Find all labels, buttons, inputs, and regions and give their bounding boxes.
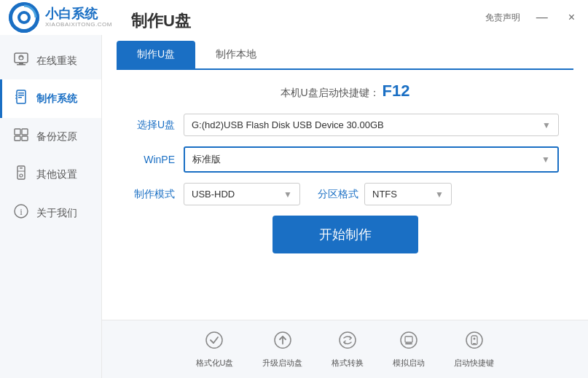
winpe-row: WinPE 标准版 ▼ [131, 146, 559, 173]
sidebar-item-settings[interactable]: 其他设置 [0, 155, 101, 194]
backup-icon [13, 128, 29, 145]
mode-select[interactable]: USB-HDD ▼ [184, 183, 300, 205]
svg-rect-6 [17, 64, 26, 66]
svg-rect-9 [18, 92, 24, 94]
tool-simulate-boot-label: 模拟启动 [393, 358, 425, 369]
svg-point-24 [401, 332, 417, 348]
logo-area: 小白系统 XIAOBAIXITONG.COM [9, 2, 112, 33]
format-convert-icon [337, 330, 358, 355]
sidebar-label-make: 制作系统 [36, 92, 77, 106]
winpe-select-value: 标准版 [192, 153, 221, 166]
partition-select[interactable]: NTFS ▼ [364, 183, 452, 205]
sidebar-item-make[interactable]: 制作系统 [0, 79, 101, 118]
titlebar-controls: 免责声明 — × [485, 11, 579, 24]
svg-rect-14 [15, 136, 20, 141]
sidebar-label-settings: 其他设置 [36, 168, 77, 181]
sidebar-label-about: 关于我们 [36, 207, 77, 220]
logo-icon [9, 2, 39, 33]
close-button[interactable]: × [564, 11, 579, 24]
about-icon: i [13, 204, 29, 222]
winpe-select[interactable]: 标准版 ▼ [184, 146, 559, 173]
logo-sub-text: XIAOBAIXITONG.COM [45, 22, 112, 28]
tool-upgrade-boot[interactable]: 升级启动盘 [262, 330, 302, 369]
settings-icon [13, 165, 29, 184]
mode-select-value: USB-HDD [192, 189, 235, 200]
minimize-button[interactable]: — [532, 11, 552, 24]
partition-group: 分区格式 NTFS ▼ [318, 183, 452, 205]
svg-rect-25 [405, 336, 412, 342]
svg-rect-13 [22, 129, 28, 135]
tool-boot-shortcut-label: 启动快捷键 [454, 358, 494, 369]
tab-bar: 制作U盘 制作本地 [117, 41, 573, 70]
usb-select[interactable]: G:(hd2)USB Flash Disk USB Device 30.00GB… [184, 114, 559, 136]
sidebar-item-backup[interactable]: 备份还原 [0, 118, 101, 155]
svg-rect-10 [18, 95, 24, 96]
sidebar-label-reinstall: 在线重装 [36, 55, 77, 68]
svg-rect-28 [473, 343, 476, 344]
tool-format-usb-label: 格式化U盘 [196, 358, 234, 369]
main-layout: 在线重装 制作系统 [0, 35, 588, 378]
page-title: 制作U盘 [131, 10, 191, 32]
mode-partition-row: 制作模式 USB-HDD ▼ 分区格式 NTFS ▼ [131, 183, 559, 205]
tab-make-usb[interactable]: 制作U盘 [117, 41, 195, 70]
tool-format-convert[interactable]: 格式转换 [332, 330, 364, 369]
svg-point-23 [340, 332, 356, 348]
svg-rect-12 [15, 129, 20, 135]
tool-boot-shortcut[interactable]: 启动快捷键 [454, 330, 494, 369]
tool-format-convert-label: 格式转换 [332, 358, 364, 369]
usb-select-value: G:(hd2)USB Flash Disk USB Device 30.00GB [192, 119, 384, 130]
sidebar: 在线重装 制作系统 [0, 35, 102, 378]
sidebar-item-about[interactable]: i 关于我们 [0, 194, 101, 232]
winpe-label: WinPE [131, 154, 175, 165]
upgrade-boot-icon [273, 330, 293, 355]
disclaimer-link[interactable]: 免责声明 [485, 12, 520, 24]
svg-text:i: i [20, 206, 23, 217]
reinstall-icon [13, 52, 29, 69]
tool-upgrade-boot-label: 升级启动盘 [262, 358, 302, 369]
shortcut-hint: 本机U盘启动快捷键： F12 [131, 82, 559, 101]
usb-label: 选择U盘 [131, 119, 175, 132]
boot-shortcut-icon [464, 330, 485, 355]
svg-point-29 [473, 338, 475, 340]
form-area: 本机U盘启动快捷键： F12 选择U盘 G:(hd2)USB Flash Dis… [102, 70, 588, 320]
tab-make-local[interactable]: 制作本地 [195, 41, 277, 70]
titlebar: 小白系统 XIAOBAIXITONG.COM 制作U盘 免责声明 — × [0, 0, 588, 35]
make-icon [13, 90, 29, 108]
sidebar-item-reinstall[interactable]: 在线重装 [0, 42, 101, 79]
svg-rect-4 [15, 53, 28, 63]
svg-point-21 [206, 332, 222, 348]
bottom-toolbar: 格式化U盘 升级启动盘 [102, 320, 588, 378]
usb-select-arrow: ▼ [542, 120, 551, 130]
format-usb-icon [204, 330, 224, 355]
mode-label: 制作模式 [131, 188, 175, 201]
logo-main-text: 小白系统 [45, 7, 112, 22]
shortcut-key: F12 [383, 82, 410, 100]
start-button[interactable]: 开始制作 [273, 216, 418, 253]
sidebar-label-backup: 备份还原 [36, 130, 77, 143]
partition-label: 分区格式 [318, 188, 358, 201]
svg-rect-11 [18, 97, 22, 98]
mode-select-arrow: ▼ [283, 189, 292, 200]
partition-select-arrow: ▼ [435, 189, 444, 200]
shortcut-prefix: 本机U盘启动快捷键： [281, 87, 380, 98]
svg-rect-15 [22, 136, 28, 141]
tool-simulate-boot[interactable]: 模拟启动 [393, 330, 425, 369]
simulate-boot-icon [399, 330, 419, 355]
tool-format-usb[interactable]: 格式化U盘 [196, 330, 234, 369]
svg-rect-17 [20, 168, 23, 169]
svg-point-18 [20, 174, 23, 177]
content-area: 制作U盘 制作本地 本机U盘启动快捷键： F12 选择U盘 G:(hd2)USB… [102, 35, 588, 378]
logo-text: 小白系统 XIAOBAIXITONG.COM [45, 7, 112, 28]
usb-row: 选择U盘 G:(hd2)USB Flash Disk USB Device 30… [131, 114, 559, 136]
winpe-select-arrow: ▼ [541, 154, 550, 165]
svg-point-3 [20, 14, 28, 21]
svg-point-26 [466, 332, 482, 348]
active-indicator [0, 79, 2, 118]
partition-select-value: NTFS [372, 189, 397, 200]
